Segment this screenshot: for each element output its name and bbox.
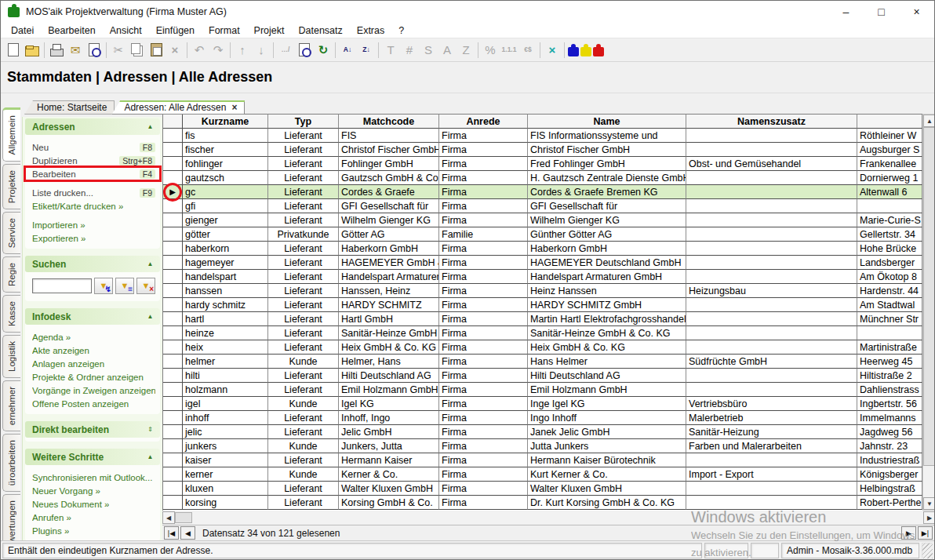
filter-form-button[interactable]: ▼≡ (115, 278, 134, 294)
row-selector[interactable] (163, 256, 183, 270)
table-row-hartl[interactable]: hartlLieferantHartl GmbHFirmaMartin Hart… (163, 312, 922, 326)
collapse-icon[interactable]: ⇕ (145, 426, 155, 433)
find-icon[interactable] (296, 42, 313, 59)
table-row-heinze[interactable]: heinzeLieferantSanitär-Heinze GmbH &Firm… (163, 326, 922, 340)
column-header-namenszusatz[interactable]: Namenszusatz (686, 114, 857, 129)
row-selector[interactable] (163, 411, 183, 425)
table-row-heix[interactable]: heixLieferantHeix GmbH & Co. KGFirmaHeix… (163, 340, 922, 355)
sidebar-item-neu[interactable]: NeuF8 (25, 140, 160, 154)
sidebar-item-offene-posten-anzeigen[interactable]: Offene Posten anzeigen (25, 397, 160, 410)
sidebar-item-vorgänge-in-zweigen-anzeigen[interactable]: Vorgänge in Zweigen anzeigen (25, 384, 160, 397)
vertical-scrollbar[interactable]: ▲ ▼ (922, 114, 935, 511)
row-selector[interactable] (163, 143, 183, 157)
sidebar-item-anrufen[interactable]: Anrufen » (25, 511, 160, 524)
menu-item-help[interactable]: ? (391, 24, 411, 38)
first-record-button[interactable]: |◀ (164, 526, 179, 540)
vertical-tab-projekte[interactable]: Projekte (2, 164, 20, 209)
row-selector[interactable] (163, 129, 183, 143)
row-selector[interactable] (163, 157, 183, 171)
table-row-haberkorn[interactable]: haberkornLieferantHaberkorn GmbHFirmaHab… (163, 242, 922, 256)
row-selector[interactable] (163, 326, 183, 340)
sidebar-item-projekte-ordner-anzeigen[interactable]: Projekte & Ordner anzeigen (25, 370, 160, 384)
new-document-icon[interactable] (5, 42, 22, 59)
column-header-kurzname[interactable]: Kurzname (183, 114, 268, 129)
collapse-icon[interactable]: ▲ (145, 260, 155, 267)
open-file-icon[interactable] (24, 42, 41, 59)
row-selector[interactable] (163, 270, 183, 284)
table-row-götter[interactable]: götterPrivatkundeGötter AGFamilieGünther… (163, 227, 922, 242)
panel-header-direkt-bearbeiten[interactable]: Direkt bearbeiten⇕ (25, 421, 160, 438)
menu-item-extras[interactable]: Extras (350, 24, 391, 38)
table-row-gautzsch[interactable]: gautzschLieferantGautzsch GmbH & Co.Firm… (163, 171, 922, 185)
sidebar-item-liste-drucken[interactable]: Liste drucken...F9 (25, 186, 160, 199)
sidebar-item-etikett-karte-drucken[interactable]: Etikett/Karte drucken » (25, 199, 160, 213)
sort-descending-icon[interactable]: Z↓ (358, 42, 375, 59)
collapse-icon[interactable]: ▲ (145, 123, 155, 130)
row-selector[interactable] (163, 453, 183, 467)
menu-item-ansicht[interactable]: Ansicht (103, 24, 149, 38)
row-selector[interactable] (163, 213, 183, 227)
menu-item-datensatz[interactable]: Datensatz (292, 24, 350, 38)
collapse-icon[interactable]: ▲ (145, 453, 155, 460)
plugin-red-icon[interactable] (593, 47, 604, 56)
vertical-tab-regie[interactable]: Regie (2, 256, 20, 293)
scroll-down-icon[interactable]: ▼ (923, 497, 935, 510)
row-selector[interactable] (163, 482, 183, 496)
panel-header-infodesk[interactable]: Infodesk▲ (25, 308, 160, 325)
panel-header-suchen[interactable]: Suchen▲ (25, 256, 160, 272)
menu-item-format[interactable]: Format (202, 24, 247, 38)
sidebar-item-agenda[interactable]: Agenda » (25, 330, 160, 344)
scroll-left-icon[interactable]: ◀ (162, 511, 175, 524)
table-row-igel[interactable]: igelKundeIgel KGFirmaInge Igel KGVertrie… (163, 397, 922, 411)
row-selector[interactable] (163, 227, 183, 242)
column-header-name[interactable]: Name (528, 114, 686, 129)
row-selector[interactable] (163, 425, 183, 439)
table-row-gc[interactable]: ▶gcLieferantCordes & GraefeFirmaCordes &… (163, 185, 922, 199)
plugin-yellow-icon[interactable] (580, 47, 591, 56)
plugin-blue-icon[interactable] (568, 47, 579, 56)
tab-close-icon[interactable]: × (231, 103, 237, 112)
vertical-tab-üroarbeiten[interactable]: üroarbeiten (2, 434, 20, 492)
table-row-hagemeyer[interactable]: hagemeyerLieferantHAGEMEYER GmbH &FirmaH… (163, 256, 922, 270)
table-row-helmer[interactable]: helmerKundeHelmer, HansFirmaHans HelmerS… (163, 355, 922, 369)
sidebar-item-neuer-vorgang[interactable]: Neuer Vorgang » (25, 484, 160, 497)
sidebar-item-synchronisieren-mit-outlook[interactable]: Synchronisieren mit Outlook... (25, 471, 160, 484)
table-row-handelspart[interactable]: handelspartLieferantHandelspart Armature… (163, 270, 922, 284)
column-header-strasse[interactable] (857, 114, 922, 129)
sidebar-item-anlagen-anzeigen[interactable]: Anlagen anzeigen (25, 357, 160, 370)
collapse-icon[interactable]: ▲ (145, 313, 155, 320)
table-row-kaiser[interactable]: kaiserLieferantHermann KaiserFirmaHerman… (163, 453, 922, 467)
row-selector[interactable] (163, 340, 183, 355)
row-selector[interactable] (163, 383, 183, 397)
panel-header-weitere-schritte[interactable]: Weitere Schritte▲ (25, 449, 160, 465)
table-row-gienger[interactable]: giengerLieferantWilhelm Gienger KGFirmaW… (163, 213, 922, 227)
vertical-tab-kasse[interactable]: Kasse (2, 295, 20, 333)
row-selector[interactable] (163, 242, 183, 256)
scroll-up-icon[interactable]: ▲ (923, 115, 935, 127)
row-selector[interactable] (163, 369, 183, 383)
table-row-junkers[interactable]: junkersKundeJunkers, JuttaFirmaJutta Jun… (163, 439, 922, 453)
row-selector[interactable] (163, 496, 183, 510)
sidebar-item-exportieren[interactable]: Exportieren » (25, 231, 160, 245)
next-record-button[interactable]: ▶ (901, 526, 916, 540)
sidebar-item-neues-dokument[interactable]: Neues Dokument » (25, 497, 160, 511)
table-row-fohlinger[interactable]: fohlingerLieferantFohlinger GmbHFirmaFre… (163, 157, 922, 171)
vertical-scroll-thumb[interactable] (923, 127, 935, 466)
column-header-matchcode[interactable]: Matchcode (339, 114, 439, 129)
tab-home-startseite[interactable]: Home: Startseite (24, 100, 115, 115)
menu-item-datei[interactable]: Datei (4, 24, 41, 38)
table-row-gfi[interactable]: gfiLieferantGFI Gesellschaft fürFirmaGFI… (163, 199, 922, 213)
sort-ascending-icon[interactable]: A↓ (339, 42, 356, 59)
print-icon[interactable] (48, 42, 65, 59)
row-selector[interactable] (163, 355, 183, 369)
sidebar-item-duplizieren[interactable]: DuplizierenStrg+F8 (25, 154, 160, 167)
row-selector[interactable] (163, 312, 183, 326)
table-row-kluxen[interactable]: kluxenLieferantWalter Kluxen GmbHFirmaWa… (163, 482, 922, 496)
crossed-swords-icon[interactable]: × (544, 42, 561, 59)
minimize-button[interactable]: – (828, 1, 864, 23)
horizontal-scroll-thumb[interactable] (175, 512, 192, 523)
table-row-korsing[interactable]: korsingLieferantKorsing GmbH & Co.FirmaD… (163, 496, 922, 510)
last-record-button[interactable]: ▶| (918, 526, 933, 540)
horizontal-scrollbar[interactable]: ◀ ▶ (162, 511, 935, 524)
row-selector[interactable] (163, 467, 183, 482)
